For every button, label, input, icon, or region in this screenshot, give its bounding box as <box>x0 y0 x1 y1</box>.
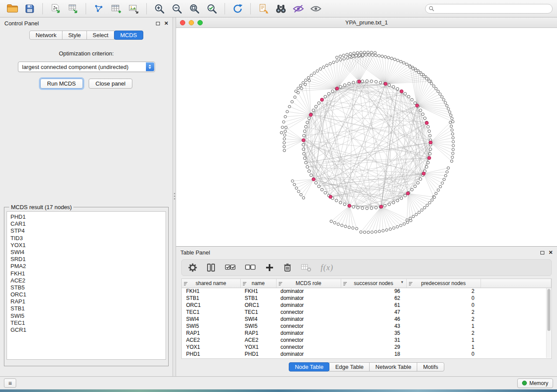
close-window-button[interactable] <box>180 20 185 25</box>
scrollbar-thumb[interactable] <box>547 289 550 331</box>
save-session-button[interactable] <box>22 2 38 16</box>
table-row[interactable]: SWI5SWI5connector431 <box>182 323 551 330</box>
column-header-shared-name[interactable]: shared name <box>182 279 240 288</box>
control-tab-network[interactable]: Network <box>29 31 62 40</box>
cell-filler <box>481 295 551 302</box>
cell-predecessor-nodes: 0 <box>406 351 481 358</box>
column-header-predecessor-nodes[interactable]: predecessor nodes <box>406 279 481 288</box>
zoom-out-button[interactable] <box>169 2 185 16</box>
control-tab-style[interactable]: Style <box>62 31 87 40</box>
show-all-button[interactable] <box>308 2 324 16</box>
criterion-dropdown-value: largest connected component (undirected) <box>22 64 129 70</box>
table-tab-edge-table[interactable]: Edge Table <box>329 362 370 371</box>
mcds-result-list[interactable]: PHD1CAR1STP4TID3YOX1SWI4SRD1PMA2FKH1ACE2… <box>7 211 166 360</box>
close-panel-button[interactable]: Close panel <box>89 79 133 89</box>
mcds-result-item[interactable]: STP4 <box>10 227 166 234</box>
mcds-result-item[interactable]: SWI4 <box>10 249 166 256</box>
deselect-all-button[interactable] <box>245 263 256 272</box>
table-row[interactable]: PHD1PHD1dominator180 <box>182 351 551 358</box>
maximize-window-button[interactable] <box>197 20 203 25</box>
mcds-result-item[interactable]: TEC1 <box>10 320 166 327</box>
column-header-MCDS-role[interactable]: MCDS role <box>276 279 341 288</box>
mcds-result-item[interactable]: RAP1 <box>10 298 166 305</box>
import-network-button[interactable] <box>48 2 63 16</box>
zoom-selected-button[interactable] <box>204 2 220 16</box>
control-panel: Control Panel × NetworkStyleSelectMCDS O… <box>0 17 173 376</box>
mcds-result-item[interactable]: STB1 <box>10 305 166 312</box>
refresh-button[interactable] <box>230 2 246 16</box>
network-canvas[interactable] <box>176 28 557 246</box>
zoom-in-button[interactable] <box>152 2 167 16</box>
float-panel-button[interactable] <box>156 20 160 27</box>
new-network-button[interactable] <box>91 2 107 16</box>
delete-column-button[interactable] <box>283 263 292 272</box>
cell-filler <box>481 302 551 309</box>
mcds-result-item[interactable]: SWI5 <box>10 313 166 320</box>
panel-menu-button[interactable]: ≡ <box>4 378 16 388</box>
zoom-fit-button[interactable] <box>187 2 202 16</box>
cell-name: ACE2 <box>240 337 276 344</box>
run-mcds-button[interactable]: Run MCDS <box>40 79 83 89</box>
first-neighbors-button[interactable] <box>273 2 289 16</box>
new-table-button[interactable] <box>108 2 124 16</box>
table-tab-network-table[interactable]: Network Table <box>369 362 417 371</box>
network-window-titlebar[interactable]: YPA_prune.txt_1 <box>176 17 557 28</box>
cell-successor-nodes: 62 <box>341 295 406 302</box>
cell-mcds-role: dominator <box>276 295 341 302</box>
table-tab-node-table[interactable]: Node Table <box>289 362 330 371</box>
float-table-panel-button[interactable] <box>540 249 544 256</box>
delete-table-button[interactable] <box>301 263 312 272</box>
split-columns-button[interactable] <box>206 263 216 272</box>
mcds-result-item[interactable]: STB5 <box>10 284 166 291</box>
table-row[interactable]: TEC1TEC1connector472 <box>182 309 551 316</box>
control-tab-mcds[interactable]: MCDS <box>114 31 143 40</box>
close-table-panel-button[interactable]: × <box>549 250 553 254</box>
table-row[interactable]: RAP1RAP1dominator352 <box>182 330 551 337</box>
table-tab-motifs[interactable]: Motifs <box>417 362 444 371</box>
mcds-result-item[interactable]: ACE2 <box>10 277 166 284</box>
panel-splitter[interactable] <box>173 17 176 376</box>
table-row[interactable]: SWI4SWI4dominator462 <box>182 316 551 323</box>
minimize-window-button[interactable] <box>189 20 194 25</box>
table-panel: Table Panel × <box>176 247 557 376</box>
table-tabbar: Node TableEdge TableNetwork TableMotifs <box>176 362 557 371</box>
mcds-result-item[interactable]: FKH1 <box>10 270 166 277</box>
mcds-result-item[interactable]: PHD1 <box>10 213 166 220</box>
column-header-name[interactable]: name <box>240 279 276 288</box>
mcds-result-item[interactable]: PMA2 <box>10 263 166 270</box>
search-input[interactable] <box>436 6 550 12</box>
hide-selected-button[interactable] <box>291 2 306 16</box>
add-column-button[interactable] <box>265 263 274 272</box>
search-box[interactable] <box>425 4 553 14</box>
table-row[interactable]: ORC1ORC1dominator610 <box>182 302 551 309</box>
open-file-button[interactable] <box>4 2 20 16</box>
cell-successor-nodes: 47 <box>341 309 406 316</box>
select-all-button[interactable] <box>225 263 236 272</box>
control-tab-select[interactable]: Select <box>86 31 114 40</box>
table-settings-button[interactable] <box>188 263 197 272</box>
table-scrollbar[interactable] <box>546 288 551 358</box>
mcds-result-item[interactable]: YOX1 <box>10 242 166 249</box>
close-panel-icon-button[interactable]: × <box>164 21 168 25</box>
cell-successor-nodes: 29 <box>341 344 406 351</box>
criterion-dropdown[interactable]: largest connected component (undirected) <box>18 62 155 72</box>
mcds-result-item[interactable]: CAR1 <box>10 220 166 227</box>
table-row[interactable]: YOX1YOX1connector291 <box>182 344 551 351</box>
mcds-result-item[interactable]: TID3 <box>10 235 166 242</box>
column-type-icon <box>409 281 413 287</box>
mcds-result-item[interactable]: GCR1 <box>10 327 166 334</box>
export-image-button[interactable] <box>126 2 142 16</box>
column-header-successor-nodes[interactable]: successor nodes▼ <box>341 279 406 288</box>
import-table-button[interactable] <box>65 2 81 16</box>
table-row[interactable]: FKH1FKH1dominator962 <box>182 288 551 295</box>
function-builder-button[interactable]: f(x) <box>321 263 333 272</box>
table-row[interactable]: STB1STB1dominator620 <box>182 295 551 302</box>
table-row[interactable]: ACE2ACE2connector311 <box>182 337 551 344</box>
copy-style-button[interactable] <box>256 2 271 16</box>
binoculars-icon <box>275 3 287 14</box>
cell-shared-name: RAP1 <box>182 330 240 337</box>
cell-mcds-role: dominator <box>276 351 341 358</box>
mcds-result-item[interactable]: SRD1 <box>10 256 166 263</box>
memory-button[interactable]: Memory <box>517 378 553 388</box>
mcds-result-item[interactable]: ORC1 <box>10 291 166 298</box>
